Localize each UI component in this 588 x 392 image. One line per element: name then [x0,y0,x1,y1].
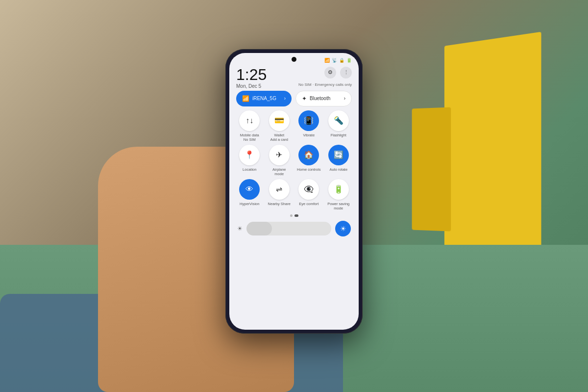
auto-rotate-btn[interactable]: 🔄 [328,145,349,165]
header-icons: ⚙ ⋮ No SIM · Emergency calls only [298,67,352,87]
qs-item-home-controls: 🏠 Home controls [295,145,322,176]
qs-item-wallet: 💳 WalletAdd a card [266,110,293,142]
qs-item-eye-comfort: 👁‍🗨 Eye comfort [295,179,322,210]
more-options-btn[interactable]: ⋮ [340,67,352,78]
icon-row: ⚙ ⋮ [324,67,352,78]
home-controls-label: Home controls [297,167,320,172]
yellow-element-2 [412,107,451,232]
nearby-share-btn[interactable]: ⇌ [269,179,290,200]
phone-wrapper: 📶 📡 🔒 🔋 1:25 Mon, Dec 5 ⚙ ⋮ [225,49,363,334]
qs-item-mobile-data: ↑↓ Mobile dataNo SIM [236,110,263,142]
auto-rotate-label: Auto rotate [329,167,347,172]
wifi-tile-chevron: › [284,96,286,101]
airplane-label: Airplanemode [272,167,286,176]
qs-item-auto-rotate: 🔄 Auto rotate [325,145,352,176]
brightness-track[interactable] [246,222,331,235]
camera-notch [292,57,296,62]
notification-panel: 1:25 Mon, Dec 5 ⚙ ⋮ No SIM · Emergency c… [229,65,359,330]
brightness-max-btn[interactable]: ☀ [335,221,351,236]
clock-time: 1:25 [236,67,267,82]
quick-settings-grid: ↑↓ Mobile dataNo SIM 💳 WalletAdd a card … [236,110,352,210]
phone-device: 📶 📡 🔒 🔋 1:25 Mon, Dec 5 ⚙ ⋮ [225,49,363,334]
time-block: 1:25 Mon, Dec 5 [236,67,267,89]
qs-item-hypervision: 👁 HyperVision [236,179,263,210]
power-saving-btn[interactable]: 🔋 [328,179,349,200]
home-controls-btn[interactable]: 🏠 [298,145,319,165]
clock-date: Mon, Dec 5 [236,83,267,89]
signal-status-icon: 📡 [332,58,337,63]
sim-text: No SIM · Emergency calls only [298,82,352,87]
airplane-btn[interactable]: ✈ [269,145,290,165]
battery-status-icon: 🔋 [346,58,352,63]
eye-comfort-btn[interactable]: 👁‍🗨 [298,179,319,200]
bluetooth-tile[interactable]: ✦ Bluetooth › [295,91,352,106]
brightness-fill [246,222,272,235]
brightness-row: ☀ ☀ [236,221,352,236]
lock-status-icon: 🔒 [339,58,344,63]
qs-item-location: 📍 Location [236,145,263,176]
mobile-data-btn[interactable]: ↑↓ [239,110,260,131]
page-dot-2 [294,214,298,217]
location-btn[interactable]: 📍 [239,145,260,165]
nearby-share-label: Nearby Share [268,202,291,206]
settings-icon-btn[interactable]: ⚙ [324,67,336,78]
wallet-label: WalletAdd a card [270,133,288,142]
phone-screen: 📶 📡 🔒 🔋 1:25 Mon, Dec 5 ⚙ ⋮ [229,53,359,330]
qs-item-airplane: ✈ Airplanemode [266,145,293,176]
location-label: Location [243,167,256,172]
hypervision-label: HyperVision [240,202,259,206]
wifi-tile-label: iRENA_5G [252,96,276,101]
bluetooth-tile-icon: ✦ [302,95,307,102]
qs-item-flashlight: 🔦 Flashlight [325,110,352,142]
power-saving-label: Power savingmode [327,202,349,210]
wifi-status-icon: 📶 [324,58,330,63]
qs-item-vibrate: 📳 Vibrate [295,110,322,142]
flashlight-btn[interactable]: 🔦 [328,110,349,131]
mobile-data-label: Mobile dataNo SIM [240,133,259,142]
hypervision-btn[interactable]: 👁 [239,179,260,200]
qs-item-power-saving: 🔋 Power savingmode [325,179,352,210]
vibrate-btn[interactable]: 📳 [298,110,319,131]
qs-item-nearby-share: ⇌ Nearby Share [266,179,293,210]
brightness-min-icon: ☀ [237,225,243,232]
wifi-tile[interactable]: 📶 iRENA_5G › [236,91,292,106]
wifi-tile-icon: 📶 [242,95,249,102]
page-dots [236,214,352,217]
bluetooth-tile-chevron: › [344,96,345,101]
wallet-btn[interactable]: 💳 [269,110,290,131]
quick-tiles-row: 📶 iRENA_5G › ✦ Bluetooth › [236,91,352,106]
flashlight-label: Flashlight [331,133,346,137]
vibrate-label: Vibrate [303,133,315,137]
page-dot-1 [290,214,293,217]
bluetooth-tile-label: Bluetooth [310,96,330,101]
time-row: 1:25 Mon, Dec 5 ⚙ ⋮ No SIM · Emergency c… [236,67,352,89]
eye-comfort-label: Eye comfort [299,202,318,206]
